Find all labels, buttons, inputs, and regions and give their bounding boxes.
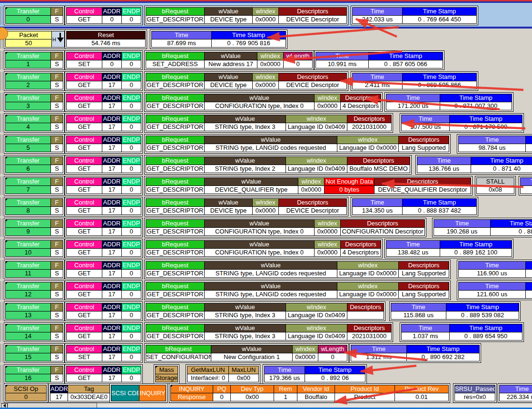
field-header[interactable]: ADDR bbox=[102, 240, 122, 249]
field-header[interactable]: wValue bbox=[204, 7, 253, 16]
field-header[interactable]: Descriptors bbox=[340, 219, 425, 228]
field-header[interactable]: Descriptors bbox=[340, 94, 381, 102]
field-value[interactable]: 2.411 ms bbox=[352, 81, 403, 89]
field-value[interactable]: 17 bbox=[102, 81, 122, 89]
field-header[interactable]: ENDP bbox=[121, 240, 141, 249]
field-value[interactable]: 0 bbox=[5, 16, 51, 24]
field-header[interactable]: bRequest bbox=[146, 94, 205, 102]
field-value[interactable]: CONFIGURATION type, Index 0 bbox=[204, 228, 315, 236]
field-value[interactable]: SET_ADDRESS bbox=[146, 60, 205, 68]
field-header[interactable]: ADDR bbox=[102, 261, 122, 270]
field-header[interactable]: Descriptors bbox=[347, 324, 392, 332]
field-header[interactable]: ENDP bbox=[121, 73, 141, 81]
field-header[interactable]: wIndex bbox=[337, 261, 399, 270]
field-header[interactable]: Reset bbox=[66, 31, 146, 39]
field-header[interactable]: F bbox=[50, 136, 63, 144]
field-value[interactable]: 0x0000 bbox=[252, 16, 279, 24]
field-value[interactable]: 1.037 ms bbox=[401, 332, 450, 341]
field-header[interactable]: ENDP bbox=[121, 261, 141, 270]
field-header[interactable]: ADDR bbox=[102, 324, 122, 332]
field-value[interactable]: 0 bbox=[121, 123, 141, 131]
field-header[interactable]: wValue bbox=[204, 198, 253, 207]
field-value[interactable]: 17 bbox=[102, 353, 122, 361]
field-value[interactable]: S bbox=[50, 207, 63, 215]
field-value[interactable]: 107.500 us bbox=[401, 123, 450, 131]
field-header[interactable]: F bbox=[50, 94, 63, 102]
field-value[interactable]: 0x0000 bbox=[298, 186, 325, 194]
field-value[interactable]: SET_CONFIGURATION bbox=[146, 353, 211, 361]
field-header[interactable]: F bbox=[50, 303, 63, 312]
field-header[interactable]: GetMaxLUN bbox=[187, 366, 229, 374]
field-value[interactable]: 0 bbox=[121, 353, 141, 361]
field-header[interactable]: bRequest bbox=[146, 7, 205, 16]
transfer-row-4[interactable]: Transfer4FSControlGETADDR17ENDP0bRequest… bbox=[0, 113, 532, 133]
field-header[interactable]: F bbox=[50, 156, 63, 165]
collapse-triangle-icon[interactable] bbox=[5, 345, 8, 348]
field-header[interactable]: Product Id bbox=[335, 385, 395, 393]
field-header[interactable]: Time Stamp bbox=[440, 240, 512, 249]
field-value[interactable]: 0 bbox=[121, 270, 141, 278]
field-value[interactable]: 9 bbox=[5, 228, 51, 236]
field-value[interactable]: 1 bbox=[5, 60, 51, 68]
field-value[interactable]: GET_DESCRIPTOR bbox=[146, 312, 205, 320]
field-header[interactable]: wIndex bbox=[337, 136, 399, 144]
field-value[interactable]: 0 bbox=[213, 393, 231, 401]
field-value[interactable]: DEVICE type bbox=[204, 81, 253, 89]
transfer-row-8[interactable]: Transfer8FSControlGETADDR17ENDP0bRequest… bbox=[0, 197, 532, 216]
field-header[interactable]: Descriptors bbox=[278, 7, 347, 16]
field-header[interactable]: ADDR bbox=[102, 345, 122, 353]
field-value[interactable]: 0 bbox=[121, 165, 141, 173]
field-value[interactable]: New Configuration 1 bbox=[211, 353, 293, 361]
field-header[interactable]: F bbox=[50, 261, 63, 270]
transfer-row-15[interactable]: Transfer15FSControlSETADDR17ENDP0bReques… bbox=[0, 343, 532, 363]
field-header[interactable]: wValue bbox=[204, 219, 315, 228]
field-header[interactable]: Transfer bbox=[5, 198, 51, 207]
field-header[interactable]: Time Stamp bbox=[305, 366, 365, 374]
collapse-triangle-icon[interactable] bbox=[5, 282, 8, 285]
field-value[interactable]: STRING type, Index 3 bbox=[204, 332, 286, 341]
field-header[interactable]: bRequest bbox=[146, 115, 205, 123]
field-header[interactable]: Time bbox=[458, 136, 526, 144]
field-header[interactable]: ENDP bbox=[121, 52, 141, 60]
field-header[interactable]: Transfer bbox=[5, 177, 51, 186]
field-value[interactable]: S bbox=[50, 270, 63, 278]
field-header[interactable]: Control bbox=[66, 177, 102, 186]
collapse-triangle-icon[interactable] bbox=[5, 324, 8, 327]
field-header[interactable]: wValue bbox=[204, 115, 286, 123]
field-header[interactable]: ENDP bbox=[121, 282, 141, 291]
transfer-row-16[interactable]: Transfer16FSControlGETADDR17ENDP0MassSto… bbox=[0, 364, 532, 384]
transfer-row-1[interactable]: Transfer1FSControlSETADDR0ENDP0bRequestS… bbox=[0, 50, 532, 70]
field-value[interactable]: CONFIGURATION Descriptor bbox=[340, 228, 425, 236]
field-value[interactable]: 190.268 us bbox=[433, 228, 491, 236]
field-value[interactable]: 5 bbox=[5, 144, 51, 152]
field-header[interactable]: wValue bbox=[204, 177, 298, 186]
field-value[interactable]: Lang Supported bbox=[398, 291, 449, 299]
field-value[interactable]: 0 bytes bbox=[324, 186, 374, 194]
field-value[interactable]: DEVICE_QUALIFIER type bbox=[204, 186, 298, 194]
field-header[interactable]: Time Stamp bbox=[406, 345, 480, 353]
field-header[interactable]: ADDR bbox=[102, 73, 122, 81]
field-value[interactable]: Bouffalo MSC DEMO bbox=[347, 165, 410, 173]
field-header[interactable]: wValue bbox=[204, 73, 253, 81]
collapse-triangle-icon[interactable] bbox=[170, 385, 173, 388]
field-value[interactable]: 226.334 us bbox=[499, 393, 532, 401]
field-header[interactable]: wLength bbox=[283, 52, 313, 60]
field-value[interactable]: 17 bbox=[102, 312, 122, 320]
field-value[interactable]: 0 . 88 bbox=[490, 228, 532, 236]
collapse-triangle-icon[interactable] bbox=[5, 177, 8, 180]
field-value[interactable]: 0 . 871 007 300 bbox=[440, 102, 512, 110]
field-header[interactable]: Control bbox=[66, 94, 102, 102]
field-value[interactable]: Language ID 0x0409 bbox=[286, 332, 347, 341]
field-header[interactable]: wValue bbox=[204, 136, 337, 144]
field-header[interactable]: Transfer bbox=[5, 115, 51, 123]
field-value[interactable]: 7 bbox=[5, 186, 51, 194]
field-value[interactable]: GET bbox=[66, 228, 102, 236]
field-value[interactable]: 17 bbox=[102, 228, 122, 236]
field-header[interactable]: Descriptors bbox=[398, 282, 449, 291]
field-value[interactable]: STRING type, LANGID codes requested bbox=[204, 144, 337, 152]
field-value[interactable]: STRING type, Index 3 bbox=[204, 312, 286, 320]
field-header[interactable]: Dev Typ bbox=[230, 385, 274, 393]
field-header[interactable]: Time bbox=[352, 73, 403, 81]
field-value[interactable]: 0 bbox=[121, 102, 141, 110]
field-header[interactable]: Time bbox=[351, 345, 407, 353]
